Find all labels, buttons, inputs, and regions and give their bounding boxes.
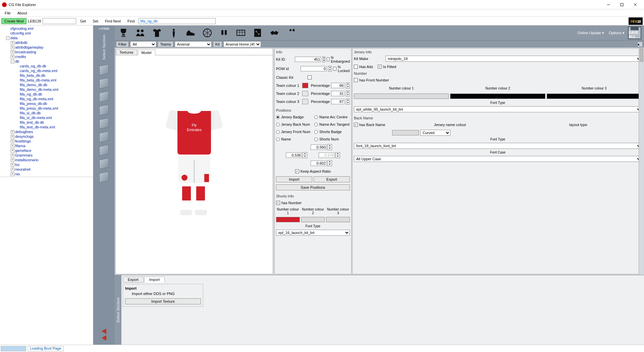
classic-kit-checkbox[interactable]	[308, 75, 312, 79]
tree-expander[interactable]: -	[11, 60, 14, 63]
tab-export[interactable]: Export	[123, 277, 144, 283]
tree-node[interactable]: +installscenario	[0, 158, 93, 162]
tree-expander[interactable]: +	[11, 168, 14, 171]
tree-expander[interactable]: +	[11, 144, 14, 148]
position-radio-name-arc-centre[interactable]	[314, 115, 318, 119]
model-viewport[interactable]: FlyEmirates	[116, 55, 273, 274]
section-db-master[interactable]	[98, 158, 110, 170]
pos-bot-spinner[interactable]: ▲▼	[327, 160, 332, 166]
tree-expander[interactable]: +	[11, 163, 14, 167]
player-icon[interactable]	[168, 27, 180, 39]
tree-node[interactable]: cfgrouting.xml	[0, 26, 93, 31]
tree-node[interactable]: cards_ng_db.db	[0, 64, 93, 68]
filter-select[interactable]: All	[130, 41, 156, 47]
shorts-nc2-swatch[interactable]	[301, 217, 325, 222]
layout-type-select[interactable]: Curved	[420, 130, 450, 136]
pow-id-input[interactable]	[301, 66, 327, 71]
jersey-nc1-swatch[interactable]	[354, 94, 449, 99]
tree-expander[interactable]: +	[11, 50, 14, 54]
trophy-icon[interactable]	[117, 27, 129, 39]
position-radio-shorts-num[interactable]	[314, 137, 318, 141]
tree-node[interactable]: fifa_demo_db.db	[0, 82, 93, 87]
scoreboard-icon[interactable]	[235, 27, 247, 39]
section-csv[interactable]	[98, 171, 110, 183]
tree-expander[interactable]: +	[11, 130, 14, 134]
tree-node[interactable]: +Grammars	[0, 153, 93, 158]
leb128-input[interactable]	[43, 18, 76, 24]
position-radio-name[interactable]	[276, 137, 280, 141]
tab-textures[interactable]: Textures	[116, 49, 137, 55]
tree-expander[interactable]: +	[11, 149, 14, 153]
tactics-icon[interactable]	[252, 27, 264, 39]
tree-node[interactable]: fifa_press_db.db	[0, 101, 93, 106]
position-radio-shorts-badge[interactable]	[314, 130, 318, 134]
tree-expander[interactable]: +	[11, 135, 14, 138]
pow-id-spinner[interactable]: ▲▼	[328, 66, 332, 72]
content-scrollbar[interactable]	[639, 48, 644, 275]
back-font-select[interactable]: font_18_launch_font_brt	[354, 143, 642, 149]
tree-node[interactable]: fifa_press_db-meta.xml	[0, 106, 93, 111]
tree-expander[interactable]: +	[11, 158, 14, 162]
pos-top-spinner[interactable]: ▲▼	[327, 144, 332, 150]
tree-node[interactable]: fifa_ng_db.db	[0, 92, 93, 97]
kit-make-select[interactable]: minipolo_18	[385, 56, 642, 62]
kit-id-input[interactable]	[295, 57, 321, 62]
camera-tripod-icon[interactable]	[285, 27, 297, 39]
tree-expander[interactable]: +	[11, 41, 14, 45]
menu-file[interactable]: File	[1, 10, 14, 16]
section-hex[interactable]	[98, 91, 110, 103]
tree-node[interactable]: -data	[0, 36, 93, 40]
shirt-icon[interactable]	[151, 27, 163, 39]
tree-node[interactable]: +credits	[0, 54, 93, 59]
tab-model[interactable]: Model	[138, 50, 155, 55]
tree-node[interactable]: +nis	[0, 172, 93, 176]
team-icon[interactable]	[134, 27, 146, 39]
tree-node[interactable]: fifa_beta_db.db	[0, 73, 93, 78]
tree-expander[interactable]: +	[11, 172, 14, 176]
handshake-icon[interactable]	[268, 27, 280, 39]
pos-left-spinner[interactable]: ▲▼	[303, 152, 307, 158]
shorts-has-number-checkbox[interactable]	[276, 201, 280, 205]
is-embargoed-checkbox[interactable]	[327, 57, 329, 61]
tree-node[interactable]: fifa_demo_db-meta.xml	[0, 87, 93, 92]
gloves-icon[interactable]	[218, 27, 230, 39]
team-colour-3-swatch[interactable]	[302, 99, 308, 104]
section-texture[interactable]	[98, 104, 110, 116]
tree-node[interactable]: +fesettings	[0, 139, 93, 143]
section-patch[interactable]	[98, 64, 110, 76]
tree-node[interactable]: +broadcasting	[0, 50, 93, 54]
shorts-nc3-swatch[interactable]	[326, 217, 350, 222]
find-button[interactable]: Find	[125, 18, 137, 24]
options-dropdown[interactable]: Options ▾	[607, 30, 626, 36]
tree-node[interactable]: fifa_si_db-meta.xml	[0, 115, 93, 120]
team-colour-2-swatch[interactable]	[302, 91, 308, 96]
tree-node[interactable]: fifa_test_db.db	[0, 120, 93, 125]
is-fitted-checkbox[interactable]	[378, 65, 382, 69]
section-text[interactable]	[98, 144, 110, 156]
pct-1-input[interactable]	[331, 83, 344, 88]
kit-id-spinner[interactable]: ▲▼	[322, 56, 325, 62]
create-mod-button[interactable]: Create Mod	[1, 18, 26, 24]
save-all-button[interactable]: SAVE ALL	[628, 26, 641, 39]
keep-aspect-checkbox[interactable]	[295, 169, 299, 173]
pos-left-input[interactable]	[286, 153, 302, 158]
tree-node[interactable]: fifa_beta_db-meta.xml	[0, 78, 93, 82]
section-ebx[interactable]	[98, 131, 110, 143]
tree-node[interactable]: +offlineeula	[0, 176, 93, 177]
find-input[interactable]	[139, 18, 216, 24]
tree-node[interactable]: -db	[0, 59, 93, 64]
maximize-button[interactable]	[615, 1, 629, 8]
arrow-up-icon[interactable]	[102, 329, 106, 334]
pct-3-input[interactable]	[331, 99, 344, 104]
file-tree[interactable]: cfgrouting.xmlctlconfig.xml-data+attribd…	[0, 25, 93, 177]
set-button[interactable]: Set	[90, 18, 101, 24]
pos-import-button[interactable]: Import	[276, 176, 312, 182]
position-radio-jersey-back-num[interactable]	[276, 123, 280, 126]
tree-expander[interactable]: -	[6, 36, 10, 40]
section-tex-info[interactable]	[98, 117, 110, 129]
has-ads-checkbox[interactable]	[354, 65, 358, 69]
kit-select[interactable]: Arsenal Home (451)	[223, 41, 261, 47]
import-texture-button[interactable]: Import Texture	[125, 298, 201, 304]
tree-expander[interactable]: +	[11, 139, 14, 143]
tree-node[interactable]: fifa_ng_db-meta.xml	[0, 97, 93, 101]
